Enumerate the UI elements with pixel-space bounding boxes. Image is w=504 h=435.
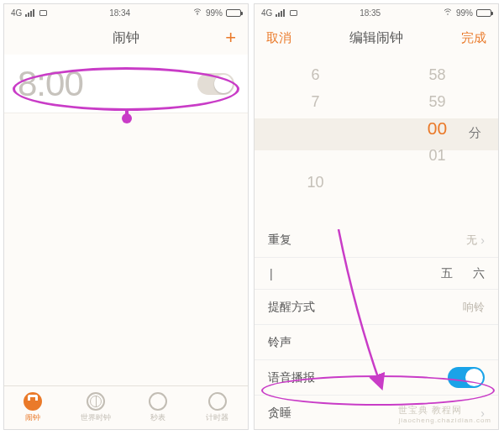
page-title: 编辑闹钟 — [300, 29, 453, 47]
status-bar: 4G 18:35 99% — [255, 4, 498, 21]
svg-point-1 — [447, 13, 449, 15]
add-alarm-button[interactable]: + — [202, 29, 236, 47]
globe-icon — [87, 392, 105, 411]
picker-val: 7 — [311, 88, 319, 115]
day-indicator: | — [270, 267, 273, 280]
status-bar: 4G 18:34 99% — [4, 4, 248, 21]
signal-icon — [25, 9, 34, 17]
setting-label: 贪睡 — [268, 406, 291, 421]
annotation-dot — [122, 113, 132, 123]
tab-stopwatch[interactable]: 秒表 — [149, 392, 167, 423]
phone-left: 4G 18:34 99% 闹钟 + 8:00 闹钟 — [3, 3, 249, 430]
navbar: 取消 编辑闹钟 完成 — [255, 21, 498, 55]
tab-label: 秒表 — [150, 412, 165, 423]
chevron-right-icon: › — [480, 233, 485, 247]
setting-label: 重复 — [268, 233, 291, 248]
tabbar: 闹钟 世界时钟 秒表 计时器 — [4, 385, 248, 429]
voice-toggle-on[interactable] — [448, 367, 485, 388]
watermark-text: 世宝典 教程网 jiaocheng.chazidian.com — [398, 404, 491, 424]
repeat-row[interactable]: 重复 无 › — [255, 223, 498, 258]
setting-label: 铃声 — [268, 335, 291, 350]
setting-label: 语音播报 — [268, 370, 315, 385]
done-button[interactable]: 完成 — [453, 30, 486, 46]
alarm-toggle-off[interactable] — [197, 73, 234, 95]
sim-icon — [39, 10, 47, 16]
setting-label: 提醒方式 — [268, 300, 315, 315]
cancel-button[interactable]: 取消 — [266, 30, 300, 46]
wifi-icon — [193, 8, 202, 17]
tab-label: 世界时钟 — [81, 412, 111, 423]
tab-alarm[interactable]: 闹钟 — [24, 392, 42, 423]
picker-val: 01 — [428, 142, 445, 169]
battery-pct: 99% — [206, 8, 223, 18]
settings-list: 重复 无 › | 五 六 提醒方式 响铃 铃声 语音播报 贪睡 › 标签 — [255, 223, 498, 430]
day-sat[interactable]: 六 — [473, 266, 485, 281]
network-label: 4G — [11, 8, 22, 18]
clock-time: 18:35 — [360, 8, 381, 18]
phone-right: 4G 18:35 99% 取消 编辑闹钟 完成 6 7 10 58 59 — [254, 3, 499, 430]
setting-value: 无 — [466, 233, 477, 248]
alarm-list: 8:00 — [4, 55, 248, 113]
wifi-icon — [444, 8, 452, 17]
page-title: 闹钟 — [50, 29, 202, 47]
ringtone-row[interactable]: 铃声 — [255, 325, 498, 360]
tab-label: 闹钟 — [25, 412, 40, 423]
navbar: 闹钟 + — [4, 21, 248, 55]
alarm-time: 8:00 — [18, 64, 83, 104]
remind-row[interactable]: 提醒方式 响铃 — [255, 290, 498, 325]
battery-icon — [476, 9, 491, 17]
picker-val: 59 — [428, 88, 445, 115]
clock-time: 18:34 — [109, 8, 130, 18]
network-label: 4G — [261, 8, 272, 18]
stopwatch-icon — [149, 392, 167, 411]
alarm-icon — [24, 392, 42, 411]
picker-val: 58 — [428, 61, 445, 88]
minute-column[interactable]: 58 59 00 01 — [376, 55, 498, 223]
voice-row: 语音播报 — [255, 360, 498, 396]
weekday-row[interactable]: | 五 六 — [255, 258, 498, 290]
tab-label: 计时器 — [206, 412, 228, 423]
tab-worldclock[interactable]: 世界时钟 — [81, 392, 111, 423]
day-fri[interactable]: 五 — [441, 266, 453, 281]
picker-val: 6 — [311, 61, 319, 88]
picker-val: 10 — [307, 169, 323, 196]
timer-icon — [208, 392, 227, 411]
hour-column[interactable]: 6 7 10 — [255, 55, 376, 223]
signal-icon — [276, 9, 285, 17]
setting-value: 响铃 — [463, 300, 485, 315]
sim-icon — [290, 10, 297, 16]
battery-pct: 99% — [456, 8, 473, 18]
svg-point-0 — [197, 13, 198, 15]
picker-val-selected: 00 — [428, 115, 447, 142]
alarm-row[interactable]: 8:00 — [4, 55, 248, 113]
battery-icon — [226, 9, 241, 17]
time-picker[interactable]: 6 7 10 58 59 00 01 分 — [255, 55, 498, 223]
tab-timer[interactable]: 计时器 — [206, 392, 228, 423]
